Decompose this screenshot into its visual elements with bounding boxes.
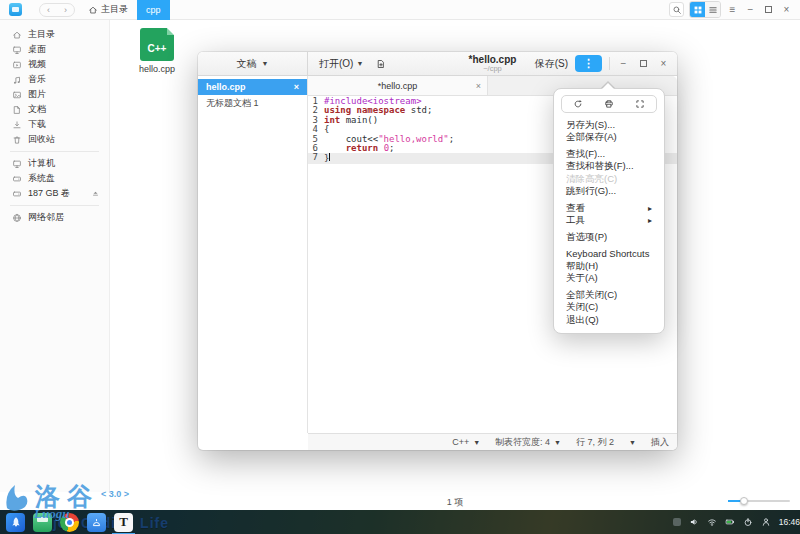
document-list-item-hello.cpp[interactable]: hello.cpp× (198, 79, 307, 95)
menu-item-首选项(P)[interactable]: 首选项(P) (554, 231, 664, 244)
sidebar-item-label: 网络邻居 (28, 211, 64, 224)
tab-hello-cpp[interactable]: *hello.cpp × (308, 76, 488, 95)
reload-button[interactable] (568, 96, 588, 112)
documents-panel-selector[interactable]: 文稿 ▼ (198, 52, 308, 75)
editor-statusbar: C++ ▼ 制表符宽度: 4 ▼ 行 7, 列 2 ▼ 插入 (308, 433, 677, 450)
fullscreen-button[interactable] (630, 96, 650, 112)
menu-item-帮助(H)[interactable]: 帮助(H) (554, 260, 664, 273)
menu-item-label: 查找(F)... (566, 148, 605, 161)
sidebar-item-图片[interactable]: 图片 (0, 87, 109, 102)
new-document-button[interactable] (376, 55, 386, 73)
print-icon (604, 99, 614, 109)
menu-item-工具[interactable]: 工具▸ (554, 215, 664, 228)
power-icon[interactable] (743, 517, 753, 527)
sidebar-item-label: 文档 (28, 103, 46, 116)
menu-item-全部关闭(C)[interactable]: 全部关闭(C) (554, 289, 664, 302)
forward-icon[interactable]: › (64, 5, 67, 15)
menu-item-关闭(C)[interactable]: 关闭(C) (554, 302, 664, 315)
wifi-icon[interactable] (707, 517, 717, 527)
sidebar-item-主目录[interactable]: 主目录 (0, 27, 109, 42)
sidebar-item-文档[interactable]: 文档 (0, 102, 109, 117)
tab-close-icon[interactable]: × (476, 81, 481, 91)
computer-icon (12, 159, 22, 169)
volume-icon[interactable] (689, 517, 699, 527)
disk-icon (12, 189, 22, 199)
sidebar-item-label: 音乐 (28, 73, 46, 86)
taskbar-app-file-manager[interactable] (33, 513, 52, 532)
menu-item-关于(A)[interactable]: 关于(A) (554, 273, 664, 286)
hamburger-menu-button[interactable]: ⋮ (575, 55, 602, 72)
user-icon[interactable] (761, 517, 771, 527)
file-manager-statusbar: 1 项 (0, 492, 800, 510)
language-selector[interactable]: C++ ▼ (452, 437, 480, 447)
token-pl: ; (449, 134, 454, 144)
slider-knob[interactable] (740, 497, 748, 505)
sidebar-item-音乐[interactable]: 音乐 (0, 72, 109, 87)
menu-item-退出(Q)[interactable]: 退出(Q) (554, 314, 664, 327)
battery-icon[interactable] (725, 517, 735, 527)
desktop-icon (12, 45, 22, 55)
menu-item-另存为(S)...[interactable]: 另存为(S)... (554, 119, 664, 132)
menu-item-全部保存(A)[interactable]: 全部保存(A) (554, 132, 664, 145)
editor-maximize-button[interactable] (637, 56, 650, 71)
tab-width-selector[interactable]: 制表符宽度: 4 ▼ (495, 436, 561, 449)
goto-line-dropdown[interactable]: ▼ (629, 439, 636, 446)
menu-item-查找(F)...[interactable]: 查找(F)... (554, 148, 664, 161)
sidebar-item-label: 计算机 (28, 157, 55, 170)
breadcrumb-home-label[interactable]: 主目录 (101, 3, 128, 16)
fm-close-button[interactable]: × (780, 2, 793, 17)
taskbar-apps: T (6, 513, 133, 532)
cursor-position[interactable]: 行 7, 列 2 (576, 436, 614, 449)
back-icon[interactable]: ‹ (47, 5, 50, 15)
tab-width-label: 制表符宽度: 4 (495, 436, 550, 449)
path-tab-cpp[interactable]: cpp (137, 0, 170, 20)
fm-minimize-button[interactable]: − (744, 2, 757, 17)
item-count-label: 1 项 (110, 496, 800, 509)
grid-view-button[interactable] (690, 2, 705, 17)
sidebar-item-系统盘[interactable]: 系统盘 (0, 171, 109, 186)
documents-icon (12, 105, 22, 115)
menu-item-查找和替换(F)...[interactable]: 查找和替换(F)... (554, 161, 664, 174)
file-item-hello-cpp[interactable]: C++ hello.cpp (124, 28, 190, 74)
sidebar-item-187 GB 卷[interactable]: 187 GB 卷 (0, 186, 109, 201)
menu-item-跳到行(G)...[interactable]: 跳到行(G)... (554, 186, 664, 199)
editor-minimize-button[interactable]: − (617, 56, 630, 71)
eject-icon[interactable] (91, 189, 100, 198)
print-button[interactable] (599, 96, 619, 112)
tray-box-icon[interactable] (673, 518, 681, 526)
panel-title: 文稿 (237, 57, 257, 71)
fm-maximize-button[interactable] (762, 2, 775, 17)
sidebar-divider (10, 205, 99, 206)
menu-arrow (601, 83, 615, 90)
insert-mode-indicator[interactable]: 插入 (651, 436, 669, 449)
document-list-item-无标题文档 1[interactable]: 无标题文档 1 (198, 95, 307, 111)
sidebar-item-label: 回收站 (28, 133, 55, 146)
sidebar-item-网络邻居[interactable]: 网络邻居 (0, 210, 109, 225)
save-button[interactable]: 保存(S) (535, 57, 568, 71)
sidebar-item-桌面[interactable]: 桌面 (0, 42, 109, 57)
open-button[interactable]: 打开(O) ▼ (319, 57, 363, 71)
close-icon[interactable]: × (294, 82, 299, 92)
sidebar-item-视频[interactable]: 视频 (0, 57, 109, 72)
file-manager-sidebar: 主目录桌面视频音乐图片文档下载回收站计算机系统盘187 GB 卷网络邻居 (0, 20, 110, 492)
menu-item-查看[interactable]: 查看▸ (554, 202, 664, 215)
breadcrumb[interactable]: 主目录 (88, 3, 128, 16)
taskbar-app-browser[interactable] (60, 513, 79, 532)
sidebar-item-下载[interactable]: 下载 (0, 117, 109, 132)
editor-close-button[interactable]: × (657, 56, 670, 71)
taskbar-app-launcher[interactable] (6, 513, 25, 532)
sidebar-item-计算机[interactable]: 计算机 (0, 156, 109, 171)
fm-menu-button[interactable]: ≡ (726, 2, 739, 17)
search-button[interactable] (669, 2, 684, 17)
icon-size-slider[interactable] (728, 500, 790, 502)
clock[interactable]: 16:46 (779, 517, 800, 527)
menu-item-Keyboard Shortcuts[interactable]: Keyboard Shortcuts (554, 248, 664, 261)
sidebar-item-label: 187 GB 卷 (28, 187, 70, 200)
network-icon (12, 213, 22, 223)
sidebar-item-回收站[interactable]: 回收站 (0, 132, 109, 147)
taskbar-app-text-editor[interactable]: T (114, 513, 133, 532)
taskbar-app-app-store[interactable] (87, 513, 106, 532)
list-view-button[interactable] (705, 2, 720, 17)
menu-item-label: 清除高亮(C) (566, 173, 617, 186)
menu-item-label: 跳到行(G)... (566, 185, 616, 198)
